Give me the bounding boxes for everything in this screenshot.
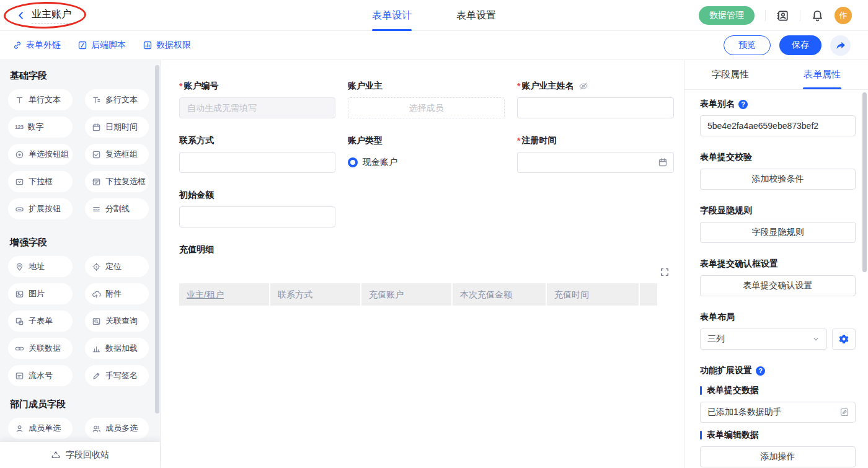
field-number[interactable]: 123数字 [8,117,73,138]
subtable-recharge-detail[interactable]: 充值明细 业主/租户 联系方式 充值账户 本次充值金额 充值时间 [179,244,674,306]
field-owner-name[interactable]: *账户业主姓名 [517,80,674,118]
field-label: 多行文本 [105,94,138,105]
field-divider[interactable]: 分割线 [85,198,149,219]
toolbar-actions: 预览 保存 [724,35,851,56]
field-select[interactable]: 下拉框 [8,171,73,192]
initial-amount-input[interactable] [179,206,335,227]
serial-icon [15,371,24,381]
form-alias-label: 表单别名 [700,99,735,110]
contact-input[interactable] [179,152,335,173]
field-image[interactable]: 图片 [8,283,73,304]
add-validation-button[interactable]: 添加校验条件 [700,169,856,190]
number-icon: 123 [15,124,24,130]
text-icon [15,95,24,105]
field-serial-number[interactable]: 流水号 [8,365,73,386]
tab-label: 表单属性 [804,69,841,81]
field-initial-amount[interactable]: 初始金额 [179,189,335,227]
field-account-owner[interactable]: 账户业主 [348,80,505,118]
add-action-button[interactable]: 添加操作 [700,446,856,467]
field-member-single[interactable]: 成员单选 [8,418,73,439]
pen-icon [92,371,101,381]
divider [765,10,766,21]
field-contact[interactable]: 联系方式 [179,135,335,173]
app-header: 业主账户 表单设计 表单设置 数据管理 作 [0,0,868,31]
field-member-multi[interactable]: 成员多选 [85,418,149,439]
register-time-input[interactable] [517,152,674,173]
preview-button[interactable]: 预览 [724,35,771,55]
field-multi-line-text[interactable]: 多行文本 [85,89,149,110]
field-signature[interactable]: 手写签名 [85,365,149,386]
field-label: 日期时间 [105,121,138,133]
accent-bar [700,431,702,439]
chain-icon [15,344,24,353]
field-radio-group[interactable]: 单选按钮组 [8,144,73,165]
tab-field-properties[interactable]: 字段属性 [684,60,776,89]
owner-name-input[interactable] [517,97,674,118]
link-data-permission[interactable]: 数据权限 [143,40,191,51]
field-label: 分割线 [105,203,130,214]
extension-settings-row: 功能扩展设置 ? [700,364,856,377]
data-manage-button[interactable]: 数据管理 [699,6,755,25]
tab-form-settings[interactable]: 表单设置 [456,0,496,31]
form-alias-input[interactable] [700,115,856,136]
field-datetime[interactable]: 日期时间 [85,117,149,138]
help-icon[interactable]: ? [756,366,765,376]
field-register-time[interactable]: *注册时间 [517,135,674,173]
account-no-input[interactable] [179,97,335,118]
notification-bell-icon[interactable] [811,9,824,22]
field-subform[interactable]: 子表单 [8,311,73,332]
header-cell-recharge-amount: 本次充值金额 [453,283,546,306]
section-title-enhanced: 增强字段 [10,237,152,249]
form-toolbar: 表单外链 后端脚本 数据权限 预览 保存 [0,31,868,60]
contact-book-icon[interactable] [776,9,789,22]
field-label: 定位 [105,261,122,272]
field-checkbox-group[interactable]: 复选框组 [85,144,149,165]
field-single-line-text[interactable]: 单行文本 [8,89,73,110]
field-attachment[interactable]: 附件 [85,283,149,304]
field-library-sidebar: 基础字段 单行文本 多行文本 123数字 日期时间 单选按钮组 复选框组 下拉框… [0,60,161,468]
link-form-external[interactable]: 表单外链 [12,40,61,51]
sidebar-scrollbar[interactable] [155,65,159,413]
recharge-table-header: 业主/租户 联系方式 充值账户 本次充值金额 充值时间 [179,283,674,306]
panel-scrollbar[interactable] [862,92,867,272]
script-icon [78,40,87,50]
account-owner-input[interactable] [348,97,505,118]
tab-form-design[interactable]: 表单设计 [372,0,412,31]
field-multi-select[interactable]: 下拉复选框 [85,171,149,192]
field-account-no[interactable]: *账户编号 [179,80,335,118]
field-linked-data[interactable]: 关联数据 [8,338,73,359]
visibility-rules-button[interactable]: 字段显隐规则 [700,222,856,243]
field-label: 复选框组 [105,149,138,160]
submit-confirm-button[interactable]: 表单提交确认设置 [700,275,856,296]
extension-settings-label: 功能扩展设置 [700,365,752,376]
field-address[interactable]: 地址 [8,256,73,277]
layout-selected-value: 三列 [707,333,725,345]
field-label: 关联查询 [105,316,138,327]
layout-settings-button[interactable] [832,329,856,350]
form-layout-select[interactable]: 三列 [700,329,827,350]
recycle-icon [51,450,61,460]
save-button[interactable]: 保存 [779,35,822,55]
field-linked-query[interactable]: 关联查询 [85,311,149,332]
field-data-load[interactable]: 数据加载 [85,338,149,359]
data-assistant-box[interactable]: 已添加1条数据助手 [700,402,856,423]
visibility-rules-label: 字段显隐规则 [700,205,752,216]
expand-icon[interactable] [660,268,669,276]
field-label: 流水号 [29,370,53,381]
header-actions: 数据管理 作 [699,0,868,31]
help-icon[interactable]: ? [738,100,748,109]
link-backend-script[interactable]: 后端脚本 [78,40,126,51]
share-button[interactable] [830,35,851,56]
accent-bar [700,386,702,395]
tab-form-properties[interactable]: 表单属性 [776,60,868,89]
avatar[interactable]: 作 [835,7,852,24]
field-account-type[interactable]: 账户类型 现金账户 [348,135,505,173]
radio-cash-account[interactable] [348,157,358,167]
recharge-detail-label: 充值明细 [179,244,214,255]
recycle-bin-bar[interactable]: 字段回收站 [0,442,160,468]
field-extend-button[interactable]: 扩展按钮 [8,198,73,219]
data-assistant-value: 已添加1条数据助手 [707,407,782,418]
edit-pencil-icon[interactable] [839,407,849,417]
field-label: 下拉框 [29,176,53,187]
field-location[interactable]: 定位 [85,256,149,277]
